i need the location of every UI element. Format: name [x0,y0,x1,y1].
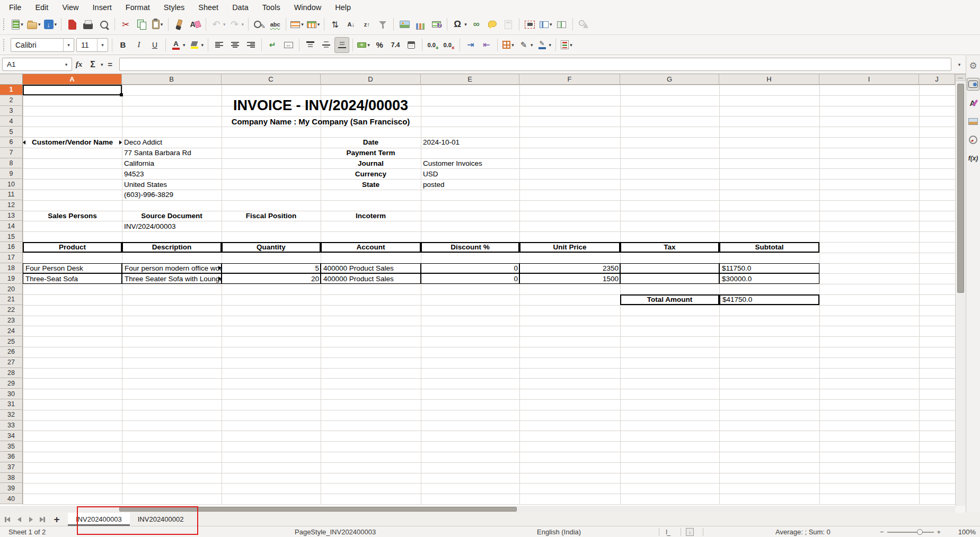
paste-button[interactable] [150,16,165,32]
cell-C19[interactable]: 20 [222,273,321,284]
split-window-button[interactable] [554,16,569,32]
toolbar-grip[interactable] [3,39,6,51]
cell-B6[interactable]: Deco Addict [122,137,222,148]
pivot-table-button[interactable] [429,16,444,32]
menu-help[interactable]: Help [328,0,358,14]
italic-button[interactable] [131,37,146,53]
zoom-slider-thumb[interactable] [917,529,923,535]
format-date-button[interactable] [404,37,419,53]
sort-ascending-button[interactable] [343,16,358,32]
font-color-button[interactable] [169,37,187,53]
freeze-panes-button[interactable] [538,16,553,32]
chevron-down-icon[interactable] [63,39,74,51]
row-header-38[interactable]: 38 [0,473,23,484]
increase-indent-button[interactable] [463,37,478,53]
cell-reference-box[interactable]: A1 [2,58,72,71]
row-header-23[interactable]: 23 [0,316,23,326]
column-header-I[interactable]: I [819,74,919,85]
cell-D16[interactable]: Account [321,242,421,253]
menu-edit[interactable]: Edit [28,0,55,14]
align-center-button[interactable] [227,37,242,53]
row-header-25[interactable]: 25 [0,336,23,347]
row-header-40[interactable]: 40 [0,494,23,504]
chevron-down-icon[interactable] [38,22,41,27]
border-color-button[interactable] [535,37,553,53]
menu-format[interactable]: Format [119,0,157,14]
find-replace-button[interactable] [252,16,267,32]
cell-B4[interactable]: Company Name : My Company (San Francisco… [122,116,519,127]
row-header-33[interactable]: 33 [0,420,23,431]
insert-mode-icon[interactable]: I_ [666,526,670,537]
row-header-26[interactable]: 26 [0,347,23,357]
row-header-4[interactable]: 4 [0,116,23,127]
row-header-34[interactable]: 34 [0,431,23,441]
cell-D6[interactable]: Date [321,137,421,148]
spelling-button[interactable] [268,16,282,32]
menu-view[interactable]: View [55,0,85,14]
cell-B18[interactable]: Four person modern office workstation [122,263,222,274]
select-function-button[interactable]: Σ [86,58,100,71]
decrease-indent-button[interactable] [479,37,494,53]
cell-E8[interactable]: Customer Invoices [421,158,519,169]
chevron-down-icon[interactable] [317,22,320,27]
cell-B13[interactable]: Source Document [122,211,222,221]
align-left-button[interactable] [211,37,226,53]
cell-B9[interactable]: 94523 [122,168,222,179]
page-style-status[interactable]: PageStyle_INV202400003 [295,526,376,537]
chevron-down-icon[interactable] [242,22,244,27]
sort-descending-button[interactable] [359,16,374,32]
row-header-9[interactable]: 9 [0,168,23,179]
cell-B19[interactable]: Three Seater Sofa with Lounger in Steel … [122,273,222,284]
row-header-17[interactable]: 17 [0,253,23,263]
format-number-button[interactable] [388,37,403,53]
cell-B14[interactable]: INV/2024/00003 [122,221,222,231]
row-header-16[interactable]: 16 [0,242,23,253]
sheet-tab-INV202400003[interactable]: INV202400003 [68,513,130,526]
row-header-22[interactable]: 22 [0,305,23,316]
row-header-3[interactable]: 3 [0,106,23,117]
row-header-7[interactable]: 7 [0,148,23,158]
print-preview-button[interactable] [96,16,111,32]
cell-D9[interactable]: Currency [321,168,421,179]
row-header-28[interactable]: 28 [0,368,23,379]
vertical-scrollbar[interactable] [955,74,966,506]
undo-button[interactable] [209,16,227,32]
zoom-out-icon[interactable]: − [880,528,884,536]
row-header-5[interactable]: 5 [0,127,23,137]
clear-formatting-button[interactable] [188,16,202,32]
cell-H16[interactable]: Subtotal [719,242,819,253]
cell-E6[interactable]: 2024-10-01 [421,137,519,148]
chevron-down-icon[interactable] [55,22,57,27]
row-header-12[interactable]: 12 [0,200,23,211]
bold-button[interactable] [116,37,130,53]
cell-A13[interactable]: Sales Persons [23,211,122,221]
hyperlink-button[interactable] [469,16,484,32]
copy-button[interactable] [134,16,149,32]
cell-B10[interactable]: United States [122,179,222,190]
add-sheet-button[interactable] [50,513,64,526]
cell-B2[interactable]: INVOICE - INV/2024/00003 [122,95,519,117]
cell-G16[interactable]: Tax [620,242,719,253]
chevron-down-icon[interactable] [223,22,226,27]
row-header-31[interactable]: 31 [0,399,23,410]
comment-button[interactable] [485,16,500,32]
horizontal-scrollbar[interactable] [0,506,955,513]
cell-F16[interactable]: Unit Price [519,242,620,253]
cell-F19[interactable]: 1500 [519,273,620,284]
row-header-19[interactable]: 19 [0,273,23,284]
underline-button[interactable] [147,37,162,53]
cell-H18[interactable]: $11750.0 [719,263,819,274]
fill-handle[interactable] [120,93,123,96]
row-header-36[interactable]: 36 [0,452,23,462]
menu-styles[interactable]: Styles [157,0,192,14]
cell-G18[interactable] [620,263,719,274]
cell-G21[interactable]: Total Amount [620,294,719,305]
column-header-F[interactable]: F [519,74,620,85]
chevron-down-icon[interactable] [464,22,467,27]
toolbar-grip[interactable] [3,19,6,30]
row-header-8[interactable]: 8 [0,158,23,169]
cell-A18[interactable]: Four Person Desk [23,263,122,274]
center-vertically-button[interactable] [319,37,333,53]
menu-insert[interactable]: Insert [86,0,119,14]
formula-input[interactable] [119,58,951,71]
